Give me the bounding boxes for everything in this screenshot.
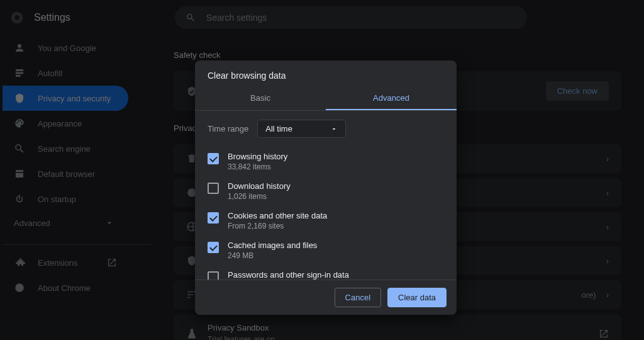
dialog-tabs: Basic Advanced: [195, 87, 457, 111]
sidebar-item-label: Extensions: [38, 258, 78, 268]
chevron-right-icon: ›: [606, 290, 609, 300]
sidebar-divider: [3, 244, 151, 245]
sidebar-item-default-browser[interactable]: Default browser: [3, 161, 128, 186]
appearance-icon: [14, 118, 25, 129]
search-icon: [14, 143, 25, 154]
sidebar-item-label: Default browser: [38, 169, 95, 179]
dialog-actions: Cancel Clear data: [195, 280, 457, 315]
sidebar-advanced-toggle[interactable]: Advanced: [3, 212, 151, 234]
sidebar-item-autofill[interactable]: Autofill: [3, 60, 128, 86]
check-item-subtitle: 249 MB: [228, 251, 317, 260]
sidebar-item-label: About Chrome: [38, 283, 91, 293]
cancel-button[interactable]: Cancel: [335, 288, 381, 307]
person-icon: [14, 42, 25, 54]
checkbox[interactable]: [208, 153, 219, 164]
shield-icon: [14, 93, 25, 104]
sidebar-item-search-engine[interactable]: Search engine: [3, 136, 128, 161]
privacy-sandbox-title: Privacy Sandbox: [208, 323, 589, 332]
app-header: Settings: [0, 0, 644, 35]
browser-icon: [14, 168, 25, 179]
page-title: Settings: [34, 12, 70, 23]
search-icon: [185, 12, 196, 23]
tab-basic[interactable]: Basic: [195, 87, 326, 110]
check-row: Browsing history33,842 items: [208, 147, 444, 176]
checkbox[interactable]: [208, 242, 219, 253]
time-range-value: All time: [265, 124, 292, 133]
check-item-title: Download history: [228, 181, 291, 191]
checkbox[interactable]: [208, 212, 219, 224]
safety-check-heading: Safety check: [174, 50, 621, 60]
dialog-body: Time range All time Browsing history33,8…: [195, 111, 457, 280]
sidebar-item-privacy-security[interactable]: Privacy and security: [3, 86, 128, 111]
check-item-subtitle: 1,026 items: [228, 192, 291, 201]
svg-point-2: [15, 283, 24, 292]
chevron-down-icon: [330, 125, 338, 133]
check-row: Cookies and other site dataFrom 2,169 si…: [208, 206, 444, 235]
external-link-icon: [599, 329, 609, 339]
chevron-right-icon: ›: [606, 256, 609, 266]
chrome-logo-icon: [10, 11, 24, 25]
svg-point-1: [14, 15, 19, 20]
sidebar-item-appearance[interactable]: Appearance: [3, 111, 128, 136]
check-row: Cached images and files249 MB: [208, 235, 444, 265]
tab-advanced[interactable]: Advanced: [326, 87, 457, 110]
sidebar-item-about-chrome[interactable]: About Chrome: [3, 275, 128, 300]
chevron-right-icon: ›: [606, 222, 609, 232]
learn-more-fragment: ore): [582, 290, 596, 300]
sidebar-item-label: Autofill: [38, 69, 62, 78]
clear-data-button[interactable]: Clear data: [387, 288, 447, 307]
check-item-title: Cookies and other site data: [228, 211, 327, 220]
flask-icon: [186, 328, 197, 339]
check-item-title: Passwords and other sign-in data: [228, 270, 349, 280]
check-row: Download history1,026 items: [208, 176, 444, 206]
sidebar-item-on-startup[interactable]: On startup: [3, 186, 128, 212]
external-link-icon: [107, 258, 117, 268]
extensions-icon: [14, 257, 25, 268]
check-now-button[interactable]: Check now: [546, 81, 609, 101]
check-item-title: Cached images and files: [228, 241, 317, 250]
sidebar-item-label: Search engine: [38, 144, 91, 154]
time-range-select[interactable]: All time: [257, 120, 346, 138]
autofill-icon: [14, 67, 25, 79]
clear-browsing-data-dialog: Clear browsing data Basic Advanced Time …: [195, 60, 457, 315]
sidebar-item-you-and-google[interactable]: You and Google: [3, 35, 128, 60]
chevron-right-icon: ›: [606, 188, 609, 198]
check-item-subtitle: 33,842 items: [228, 162, 287, 171]
advanced-label: Advanced: [14, 218, 50, 228]
chevron-down-icon: [104, 218, 114, 228]
sidebar-item-label: Appearance: [38, 119, 82, 128]
time-range-label: Time range: [208, 124, 248, 133]
sidebar-item-label: On startup: [38, 195, 76, 204]
checkbox[interactable]: [208, 271, 219, 280]
chevron-right-icon: ›: [606, 154, 609, 164]
privacy-sandbox-subtitle: Trial features are on: [208, 335, 589, 340]
check-row: Passwords and other sign-in data: [208, 265, 444, 280]
checkbox[interactable]: [208, 183, 219, 194]
sidebar-item-label: Privacy and security: [38, 94, 111, 103]
sidebar-item-extensions[interactable]: Extensions: [3, 250, 128, 275]
dialog-title: Clear browsing data: [195, 60, 457, 87]
check-item-title: Browsing history: [228, 152, 287, 161]
chrome-icon: [14, 282, 25, 293]
sidebar: You and Google Autofill Privacy and secu…: [0, 35, 151, 340]
power-icon: [14, 193, 25, 205]
check-item-subtitle: From 2,169 sites: [228, 222, 327, 230]
search-input[interactable]: [206, 13, 517, 23]
row-privacy-sandbox[interactable]: Privacy Sandbox Trial features are on: [174, 314, 621, 340]
search-container[interactable]: [175, 6, 527, 29]
sidebar-item-label: You and Google: [38, 43, 96, 53]
